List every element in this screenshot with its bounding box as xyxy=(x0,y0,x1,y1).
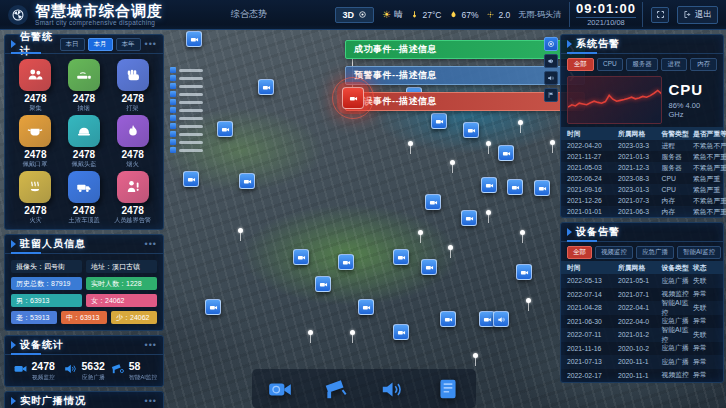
speaker-marker-icon[interactable] xyxy=(493,311,509,327)
map-poi-item[interactable] xyxy=(170,147,203,153)
app-logo-icon xyxy=(8,5,28,25)
camera-marker-icon[interactable] xyxy=(205,299,221,315)
map-poi-item[interactable] xyxy=(170,131,203,137)
device-alarm-row[interactable]: 2021-06-302022-04-0应急广播异常 xyxy=(561,315,723,329)
camera-marker-icon[interactable] xyxy=(516,264,532,280)
camera-marker-icon[interactable] xyxy=(239,173,255,189)
panel-menu-icon[interactable]: ••• xyxy=(145,396,157,406)
map-poi-item[interactable] xyxy=(170,75,203,81)
system-alarm-row[interactable]: 2022-06-242023-08-3CPU紧急严重 xyxy=(561,173,723,184)
system-alarm-tab-进程[interactable]: 进程 xyxy=(661,58,688,71)
toolbar-speaker-icon[interactable] xyxy=(377,374,407,404)
alarm-stat-value: 2478 xyxy=(122,93,144,104)
device-alarm-row[interactable]: 2022-02-172020-11-1视频监控异常 xyxy=(561,369,723,383)
camera-marker-icon[interactable] xyxy=(183,171,199,187)
alarm-stat-tile: 2478 打架 xyxy=(110,59,155,113)
personnel-stat-cell: 少：24062 xyxy=(111,311,157,324)
alarm-tab-本年[interactable]: 本年 xyxy=(116,38,141,51)
alarm-stat-value: 2478 xyxy=(73,93,95,104)
device-alarm-row[interactable]: 2022-05-132021-05-1应急广播失联 xyxy=(561,274,723,288)
camera-marker-icon[interactable] xyxy=(498,145,514,161)
device-alarm-tab-全部[interactable]: 全部 xyxy=(567,246,592,259)
mode-label: 3D xyxy=(342,10,354,20)
alarm-stats-tabs: 本日本月本年 xyxy=(60,38,141,51)
map-tool-target-icon[interactable] xyxy=(544,37,558,51)
exit-button[interactable]: 退出 xyxy=(677,6,718,24)
camera-marker-icon xyxy=(170,147,176,153)
device-alarm-row[interactable]: 2021-04-282022-04-1智能AI监控失联 xyxy=(561,301,723,315)
map-node-dot xyxy=(450,160,455,165)
camera-marker-icon[interactable] xyxy=(258,79,274,95)
device-alarm-tab-智能AI监控[interactable]: 智能AI监控 xyxy=(677,246,721,259)
camera-marker-icon[interactable] xyxy=(534,180,550,196)
panel-menu-icon[interactable]: ••• xyxy=(145,39,157,49)
map-poi-item[interactable] xyxy=(170,107,203,113)
camera-marker-icon[interactable] xyxy=(507,179,523,195)
camera-marker-icon[interactable] xyxy=(440,311,456,327)
camera-icon xyxy=(429,198,438,207)
camera-marker-icon[interactable] xyxy=(393,249,409,265)
map-tool-speaker-icon[interactable] xyxy=(544,71,558,85)
device-alarm-tab-应急广播[interactable]: 应急广播 xyxy=(636,246,674,259)
map-tool-megaphone-icon[interactable] xyxy=(544,54,558,68)
device-alarm-row[interactable]: 2022-07-112021-01-2智能AI监控失联 xyxy=(561,328,723,342)
camera-marker-icon[interactable] xyxy=(217,121,233,137)
camera-marker-icon[interactable] xyxy=(463,122,479,138)
system-alarm-tab-CPU[interactable]: CPU xyxy=(597,58,624,71)
toolbar-server-icon[interactable] xyxy=(433,374,463,404)
system-alarm-row[interactable]: 2021-11-272021-01-3服务器紧急不严重 xyxy=(561,151,723,162)
ai-monitor-icon xyxy=(110,361,125,376)
alarm-tab-本月[interactable]: 本月 xyxy=(88,38,113,51)
map-poi-item[interactable] xyxy=(170,83,203,89)
poi-label xyxy=(179,85,203,88)
device-alarm-row[interactable]: 2022-07-142021-07-1视频监控异常 xyxy=(561,288,723,302)
system-alarm-row[interactable]: 2022-04-202023-03-3进程不紧急不严重 xyxy=(561,140,723,151)
personnel-rows: 摄像头：四号街地址：溪口古镇历史总数：87919实时人数：1228男：63913… xyxy=(5,254,163,330)
toolbar-video-camera-icon[interactable] xyxy=(265,374,295,404)
toolbar-cctv-icon[interactable] xyxy=(321,374,351,404)
system-alarm-tab-全部[interactable]: 全部 xyxy=(567,58,594,71)
camera-marker-icon[interactable] xyxy=(431,113,447,129)
alarm-stat-tile: 2478 人员越界告警 xyxy=(110,171,155,225)
camera-marker-icon[interactable] xyxy=(315,276,331,292)
device-alarm-row[interactable]: 2021-11-162020-10-2应急广播异常 xyxy=(561,342,723,356)
camera-marker-icon[interactable] xyxy=(481,177,497,193)
panel-menu-icon[interactable]: ••• xyxy=(145,239,157,249)
camera-marker-icon[interactable] xyxy=(293,249,309,265)
fullscreen-button[interactable] xyxy=(651,7,669,23)
alert-marker-icon[interactable] xyxy=(342,87,364,109)
map-poi-item[interactable] xyxy=(170,115,203,121)
map-node-dot xyxy=(473,353,478,358)
map-poi-item[interactable] xyxy=(170,67,203,73)
system-alarm-tab-内存[interactable]: 内存 xyxy=(690,58,717,71)
camera-marker-icon[interactable] xyxy=(425,194,441,210)
system-alarm-tab-服务器[interactable]: 服务器 xyxy=(626,58,658,71)
map-node-dot xyxy=(518,120,523,125)
cpu-chart-row: CPU 86% 4.00 GHz xyxy=(561,73,723,127)
map-poi-item[interactable] xyxy=(170,91,203,97)
system-alarm-row[interactable]: 2021-09-162023-01-3CPU紧急严重 xyxy=(561,184,723,195)
camera-marker-icon[interactable] xyxy=(393,324,409,340)
map-tool-flag-icon[interactable] xyxy=(544,88,558,102)
device-alarm-tab-视频监控[interactable]: 视频监控 xyxy=(595,246,633,259)
system-alarm-row[interactable]: 2021-12-262021-07-3内存不紧急严重 xyxy=(561,195,723,206)
camera-marker-icon[interactable] xyxy=(186,31,202,47)
camera-icon xyxy=(511,183,520,192)
camera-marker-icon[interactable] xyxy=(338,254,354,270)
device-alarm-row[interactable]: 2021-07-132020-11-1应急广播异常 xyxy=(561,355,723,369)
system-alarm-row[interactable]: 2021-01-012021-06-3内存紧急不严重 xyxy=(561,206,723,217)
camera-marker-icon[interactable] xyxy=(461,210,477,226)
map-node-dot xyxy=(448,245,453,250)
tab-overview[interactable]: 综合态势 xyxy=(223,5,275,24)
device-stat-value: 5632 xyxy=(82,361,106,372)
camera-marker-icon[interactable] xyxy=(358,299,374,315)
camera-marker-icon[interactable] xyxy=(421,259,437,275)
map-poi-item[interactable] xyxy=(170,139,203,145)
system-alarm-row[interactable]: 2021-05-032021-12-3服务器不紧急严重 xyxy=(561,162,723,173)
panel-menu-icon[interactable]: ••• xyxy=(145,340,157,350)
map-poi-item[interactable] xyxy=(170,99,203,105)
alarm-tab-本日[interactable]: 本日 xyxy=(60,38,85,51)
view-mode-3d-button[interactable]: 3D xyxy=(335,7,374,23)
map-poi-item[interactable] xyxy=(170,123,203,129)
target-icon xyxy=(358,10,367,19)
